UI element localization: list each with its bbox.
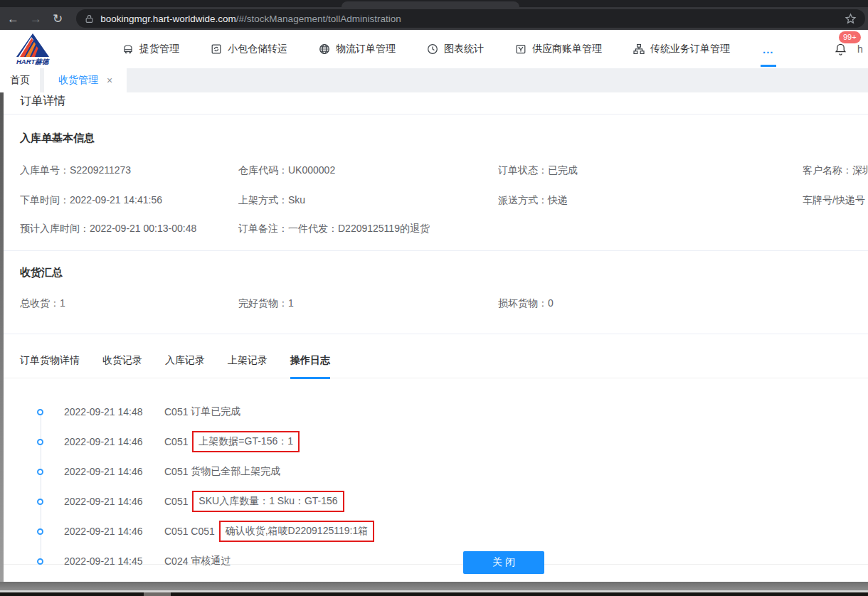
log-entry: 2022-09-21 14:45C024 审核通过 [0,546,868,576]
field-value: 0 [548,297,554,309]
info-row: 预计入库时间：2022-09-21 00:13-00:48订单备注：一件代发：D… [0,223,868,235]
notification-badge: 99+ [839,31,861,43]
nav-item-package[interactable]: 小包仓储转运 [211,43,287,55]
log-time: 2022-09-21 14:46 [64,466,164,477]
app-nav-bar: HART赫德 提货管理小包仓储转运物流订单管理图表统计供应商账单管理传统业务订单… [0,30,868,68]
section-title-receipt-summary: 收货汇总 [20,266,868,280]
menu-overflow-item[interactable]: ... [763,43,774,55]
field-label: 订单状态： [498,164,548,176]
browser-forward-button[interactable]: → [30,13,42,25]
page-tab-label: 首页 [10,74,30,87]
page-tab[interactable]: 首页 [0,68,40,92]
detail-tab[interactable]: 订单货物详情 [20,354,80,368]
hart-logo[interactable]: HART赫德 [11,32,83,68]
field-label: 派送方式： [498,194,548,206]
bottom-scrollbar[interactable] [0,582,868,590]
info-field: 订单状态：已完成 [498,164,803,177]
info-row: 入库单号：S2209211273仓库代码：UK000002订单状态：已完成客户名… [0,164,868,177]
log-text: C051 SKU入库数量：1 Sku：GT-156 [164,491,344,512]
close-dialog-button[interactable]: 关 闭 [463,551,544,574]
log-message: 审核通过 [191,555,231,568]
nav-item-bill[interactable]: 供应商账单管理 [515,43,602,55]
sitemap-icon [633,43,645,55]
nav-item-globe[interactable]: 物流订单管理 [319,43,396,55]
info-field: 车牌号/快递号：1550 8002 [803,194,868,207]
detail-tab[interactable]: 入库记录 [165,354,205,368]
globe-icon [319,43,330,55]
field-label: 完好货物： [238,297,288,309]
main-menu: 提货管理小包仓储转运物流订单管理图表统计供应商账单管理传统业务订单管理 [122,43,730,55]
nav-item-truck[interactable]: 提货管理 [122,43,179,55]
url-text: bookingmgr.hart-worldwide.com/#/stockMan… [100,14,401,24]
browser-tab-strip [0,0,868,7]
log-text: C051 C051 确认收货,箱唛D2209125119:1箱 [164,521,374,542]
truck-icon [122,43,134,55]
user-name[interactable]: h [857,43,868,55]
info-field: 损坏货物：0 [498,297,803,310]
bell-icon [834,42,847,57]
nav-item-label: 小包仓储转运 [228,43,287,55]
lock-icon [85,14,94,23]
browser-reload-button[interactable]: ↻ [53,13,63,25]
field-value: 2022-09-21 00:13-00:48 [90,223,196,234]
field-label: 订单备注： [238,223,288,234]
nav-item-sitemap[interactable]: 传统业务订单管理 [633,43,730,55]
detail-tab-bar: 订单货物详情收货记录入库记录上架记录操作日志 [0,334,868,378]
log-entry: 2022-09-21 14:46C051 上架数据=GT-156：1 [0,427,868,457]
log-text: C051 订单已完成 [164,405,240,418]
info-field: 上架方式：Sku [238,194,498,207]
field-value: 1 [288,297,294,309]
timeline-dot-icon [37,469,43,475]
nav-item-label: 供应商账单管理 [532,43,602,55]
field-label: 预计入库时间： [20,223,90,234]
log-time: 2022-09-21 14:46 [64,436,164,447]
detail-tab[interactable]: 操作日志 [290,354,330,368]
notification-bell[interactable]: 99+ [834,42,847,57]
tab-close-icon[interactable]: × [107,75,112,86]
timeline-dot-icon [37,409,43,415]
info-field: 派送方式：快递 [498,194,803,207]
browser-active-tab[interactable] [342,1,519,7]
divider [0,114,868,115]
taskbar-edge [0,592,868,596]
nav-item-label: 图表统计 [444,43,484,55]
timeline-dot-icon [37,499,43,505]
info-field: 下单时间：2022-09-21 14:41:56 [20,194,238,207]
timeline-dot-icon [37,528,43,535]
log-time: 2022-09-21 14:45 [64,555,164,567]
basic-info-grid: 入库单号：S2209211273仓库代码：UK000002订单状态：已完成客户名… [0,164,868,235]
field-value: 已完成 [548,164,578,176]
detail-tab[interactable]: 收货记录 [102,354,142,368]
screen: ← → ↻ bookingmgr.hart-worldwide.com/#/st… [0,0,868,596]
field-label: 客户名称： [803,164,852,176]
taskbar-segment [144,592,171,596]
field-label: 车牌号/快递号： [803,194,868,206]
page-tab[interactable]: 收货管理× [44,68,127,92]
log-entry: 2022-09-21 14:46C051 C051 确认收货,箱唛D220912… [0,516,868,546]
browser-address-bar[interactable]: bookingmgr.hart-worldwide.com/#/stockMan… [76,9,865,28]
field-value: UK000002 [288,164,335,176]
log-time: 2022-09-21 14:48 [64,406,164,417]
log-text: C051 上架数据=GT-156：1 [164,431,300,452]
field-label: 下单时间： [20,194,70,206]
log-message: 订单已完成 [191,405,240,418]
divider [0,250,868,251]
url-path: /#/stockManagement/tollAdministration [236,14,401,24]
log-message: 货物已全部上架完成 [191,465,280,478]
field-value: 深圳市绘王动漫科 [852,164,868,176]
detail-tab[interactable]: 上架记录 [228,354,268,368]
field-value: 一件代发：D2209125119的退货 [288,223,430,234]
url-host: bookingmgr.hart-worldwide.com [100,14,236,24]
nav-right: 99+ h [834,42,868,57]
browser-back-button[interactable]: ← [7,13,19,25]
log-time: 2022-09-21 14:46 [64,526,164,537]
field-label: 总收货： [20,297,60,309]
field-value: S2209211273 [70,164,131,176]
log-entry: 2022-09-21 14:46C051 SKU入库数量：1 Sku：GT-15… [0,486,868,516]
info-row: 下单时间：2022-09-21 14:41:56上架方式：Sku派送方式：快递车… [0,194,868,207]
clock-icon [427,43,438,55]
bookmark-star-icon[interactable] [845,13,857,25]
log-text: C024 审核通过 [164,555,231,568]
nav-item-clock[interactable]: 图表统计 [427,43,484,55]
info-field: 总收货：1 [20,297,238,310]
